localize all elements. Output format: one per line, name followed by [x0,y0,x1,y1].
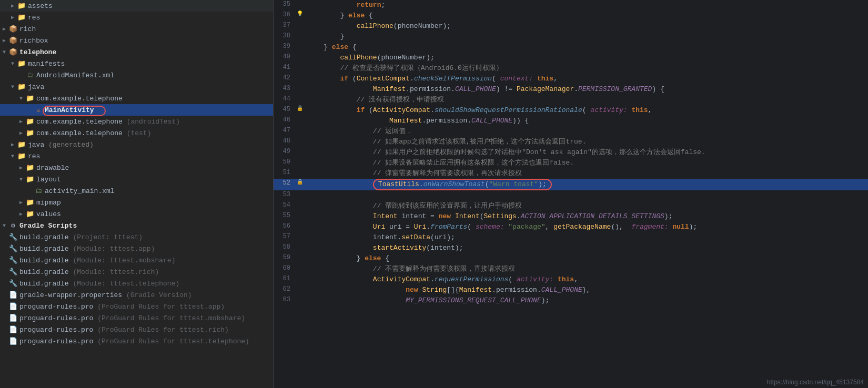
line-code-51: // 弹窗需要解释为何需要该权限，再次请求授权 [305,168,868,179]
line-code-49: // 如果用户之前拒绝权限的时候勾选了对话框中"Don't ask again"… [305,147,868,158]
arrow-mipmap: ▶ [17,199,25,206]
sidebar-label-layout: layout [36,176,61,183]
line-code-36: } else { [305,11,868,21]
sidebar-item-gradle-wrapper[interactable]: 📄 gradle-wrapper.properties (Gradle Vers… [0,289,273,301]
line-code-53 [305,190,868,201]
line-number-38: 38 [274,32,295,39]
sidebar-label-gradle-wrapper: gradle-wrapper.properties (Gradle Versio… [19,291,192,299]
line-code-39: } else { [305,42,868,53]
gutter-45: 🔒 [295,105,305,111]
sidebar-item-proguard-1[interactable]: 📄 proguard-rules.pro (ProGuard Rules for… [0,301,273,312]
sidebar-label-proguard-1: proguard-rules.pro (ProGuard Rules for t… [19,303,225,311]
sidebar-item-build-gradle-1[interactable]: 🔧 build.gradle (Project: tttest) [0,231,273,243]
sidebar-item-androidtest[interactable]: ▶ 📁 com.example.telephone (androidTest) [0,116,273,127]
line-code-52: ToastUtils.onWarnShowToast("Warn toast")… [305,179,868,190]
sidebar-item-com-example[interactable]: ▼ 📁 com.example.telephone [0,93,273,104]
sidebar-item-activity-main[interactable]: ▶ 🗂 activity_main.xml [0,185,273,197]
folder-icon-values: 📁 [25,210,35,218]
line-number-42: 42 [274,74,295,81]
arrow-test: ▶ [17,130,25,136]
line-code-54: // 帮跳转到该应用的设置界面，让用户手动授权 [305,201,868,211]
gradle-icon-2: 🔧 [8,244,18,253]
sidebar-item-rich[interactable]: ▶ 📦 rich [0,23,273,35]
package-icon: 📁 [25,94,35,103]
pro-icon-3: 📄 [8,325,18,334]
folder-icon-java: 📁 [17,83,26,91]
line-number-61: 61 [274,274,295,282]
line-number-43: 43 [274,84,295,92]
sidebar-item-values[interactable]: ▶ 📁 values [0,208,273,220]
arrow-manifests: ▼ [8,61,17,67]
line-code-38: } [305,32,868,42]
sidebar-label-build-gradle-5: build.gradle (Module: tttest.telephone) [19,280,179,288]
sidebar-item-richbox[interactable]: ▶ 📦 richbox [0,35,273,46]
code-line-59: 59 } else { [274,253,868,264]
sidebar-item-assets[interactable]: ▶ 📁 assets [0,0,273,12]
line-code-43: Manifest.permission.CALL_PHONE) != Packa… [305,84,868,95]
xml-icon: 🗂 [25,72,35,79]
line-code-60: // 不需要解释为何需要该权限，直接请求授权 [305,264,868,274]
sidebar-item-androidmanifest[interactable]: ▶ 🗂 AndroidManifest.xml [0,69,273,81]
code-line-58: 58 startActivity(intent); [274,243,868,253]
code-line-44: 44 // 没有获得授权，申请授权 [274,95,868,105]
arrow-mainactivity: ▶ [25,107,34,113]
sidebar-item-test[interactable]: ▶ 📁 com.example.telephone (test) [0,127,273,139]
sidebar-item-build-gradle-3[interactable]: 🔧 build.gradle (Module: tttest.mobshare) [0,254,273,266]
sidebar-item-res-top[interactable]: ▶ 📁 res [0,12,273,23]
sidebar-item-build-gradle-4[interactable]: 🔧 build.gradle (Module: tttest.rich) [0,266,273,278]
code-line-35: 35 return; [274,0,868,11]
folder-icon-manifests: 📁 [17,59,26,68]
line-code-62: new String[]{Manifest.permission.CALL_PH… [305,285,868,295]
file-tree[interactable]: ▶ 📁 assets ▶ 📁 res ▶ 📦 rich ▶ 📦 richbox … [0,0,274,388]
line-number-59: 59 [274,253,295,261]
line-number-44: 44 [274,95,295,103]
sidebar-item-mainactivity[interactable]: ▶ ☕ MainActivity [0,104,273,116]
sidebar-label-gradle-scripts: Gradle Scripts [19,222,77,230]
sidebar-item-drawable[interactable]: ▶ 📁 drawable [0,162,273,173]
line-number-53: 53 [274,190,295,198]
arrow-com-example: ▼ [17,96,25,101]
sidebar-item-java-generated[interactable]: ▶ 📁 java (generated) [0,139,273,150]
sidebar-item-layout[interactable]: ▼ 📁 layout [0,173,273,185]
sidebar-item-manifests[interactable]: ▼ 📁 manifests [0,58,273,69]
sidebar-item-gradle-scripts[interactable]: ▼ ⚙ Gradle Scripts [0,220,273,231]
sidebar-item-java[interactable]: ▼ 📁 java [0,81,273,93]
sidebar-item-build-gradle-5[interactable]: 🔧 build.gradle (Module: tttest.telephone… [0,278,273,289]
sidebar-item-build-gradle-2[interactable]: 🔧 build.gradle (Module: tttest.app) [0,243,273,254]
sidebar-item-proguard-3[interactable]: 📄 proguard-rules.pro (ProGuard Rules for… [0,324,273,335]
gradle-icon-3: 🔧 [8,256,18,264]
line-number-56: 56 [274,222,295,230]
arrow-drawable: ▶ [17,165,25,171]
line-code-48: // 如果app之前请求过该权限,被用户拒绝，这个方法就会返回true. [305,137,868,147]
code-line-40: 40 callPhone(phoneNumber); [274,53,868,63]
gradle-icon-4: 🔧 [8,268,18,276]
line-code-35: return; [305,0,868,11]
code-area[interactable]: 35 return; 36 💡 } else { 37 callPhone(ph… [274,0,868,388]
arrow-java-generated: ▶ [8,141,17,148]
sidebar-label-telephone: telephone [19,48,56,56]
arrow-assets: ▶ [8,3,17,9]
line-code-44: // 没有获得授权，申请授权 [305,95,868,105]
line-number-57: 57 [274,232,295,240]
sidebar-label-java-generated: java (generated) [28,141,94,149]
sidebar-label-activity-main: activity_main.xml [45,187,115,195]
folder-icon-res2: 📁 [17,152,26,160]
sidebar-item-telephone[interactable]: ▼ 📦 telephone [0,46,273,58]
line-number-54: 54 [274,201,295,209]
sidebar-label-build-gradle-1: build.gradle (Project: tttest) [19,233,143,241]
sidebar-label-androidtest: com.example.telephone (androidTest) [36,118,180,126]
code-line-52: 52 🔒 ToastUtils.onWarnShowToast("Warn to… [274,179,868,190]
pro-icon-2: 📄 [8,314,18,322]
module-icon-telephone: 📦 [8,48,18,56]
folder-icon-drawable: 📁 [25,164,35,172]
sidebar-label-java: java [28,83,44,91]
sidebar-label-androidmanifest: AndroidManifest.xml [36,72,114,79]
sidebar-item-proguard-4[interactable]: 📄 proguard-rules.pro (ProGuard Rules for… [0,335,273,347]
sidebar-item-res[interactable]: ▼ 📁 res [0,150,273,162]
sidebar-label-assets: assets [28,2,53,10]
code-line-51: 51 // 弹窗需要解释为何需要该权限，再次请求授权 [274,168,868,179]
line-number-51: 51 [274,168,295,176]
code-line-53: 53 [274,190,868,201]
sidebar-item-mipmap[interactable]: ▶ 📁 mipmap [0,197,273,208]
sidebar-item-proguard-2[interactable]: 📄 proguard-rules.pro (ProGuard Rules for… [0,312,273,324]
